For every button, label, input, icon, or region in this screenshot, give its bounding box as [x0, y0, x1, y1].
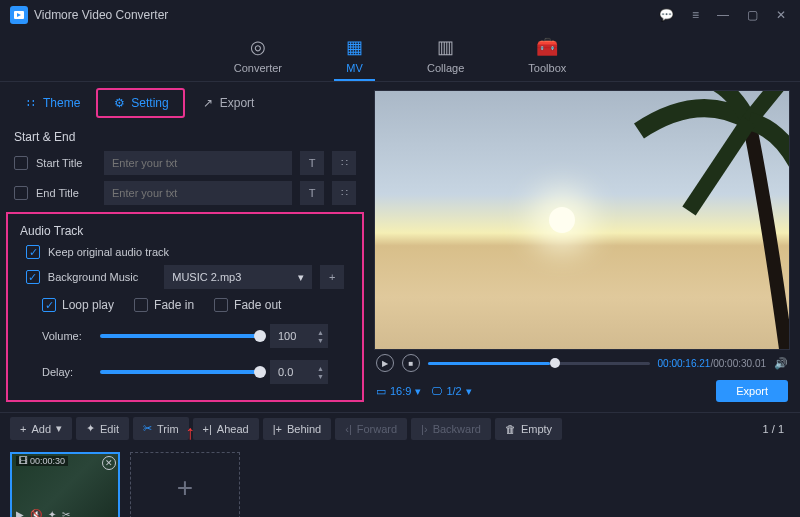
end-title-text-style[interactable]: T: [300, 181, 324, 205]
fade-out-checkbox[interactable]: [214, 298, 228, 312]
trim-button[interactable]: ✂Trim: [133, 417, 189, 440]
fade-in-checkbox[interactable]: [134, 298, 148, 312]
subtab-export[interactable]: ↗ Export: [191, 92, 265, 114]
end-title-label: End Title: [36, 187, 96, 199]
add-button[interactable]: +Add▾: [10, 417, 72, 440]
clip-play-icon[interactable]: ▶: [16, 509, 24, 517]
backward-icon: |›: [421, 423, 428, 435]
minimize-icon[interactable]: —: [713, 6, 733, 24]
app-title: Vidmore Video Converter: [34, 8, 168, 22]
end-title-checkbox[interactable]: [14, 186, 28, 200]
subtab-theme[interactable]: ∷ Theme: [14, 92, 90, 114]
bgm-label: Background Music: [48, 271, 156, 283]
behind-icon: |+: [273, 423, 282, 435]
audio-track-heading: Audio Track: [12, 218, 358, 242]
forward-icon: ‹|: [345, 423, 352, 435]
export-icon: ↗: [201, 96, 215, 110]
clip-mute-icon[interactable]: 🔇: [30, 509, 42, 517]
fade-in-label: Fade in: [154, 298, 194, 312]
volume-icon[interactable]: 🔊: [774, 357, 788, 370]
palm-tree-graphic: [599, 90, 790, 350]
seek-slider[interactable]: [428, 362, 650, 365]
feedback-icon[interactable]: 💬: [655, 6, 678, 24]
delay-value-input[interactable]: 0.0 ▲▼: [270, 360, 328, 384]
collage-icon: ▥: [437, 36, 454, 58]
behind-button[interactable]: |+Behind: [263, 418, 332, 440]
start-title-input[interactable]: [104, 151, 292, 175]
keep-original-label: Keep original audio track: [48, 246, 169, 258]
clip-trim-icon[interactable]: ✂: [62, 509, 70, 517]
scissors-icon: ✂: [143, 422, 152, 435]
chevron-down-icon: ▾: [466, 385, 472, 398]
wand-icon: ✦: [86, 422, 95, 435]
clip-edit-icon[interactable]: ✦: [48, 509, 56, 517]
chevron-down-icon: ▾: [415, 385, 421, 398]
close-icon[interactable]: ✕: [772, 6, 790, 24]
start-end-heading: Start & End: [0, 124, 370, 148]
converter-icon: ◎: [250, 36, 266, 58]
end-title-options[interactable]: ∷: [332, 181, 356, 205]
menu-icon[interactable]: ≡: [688, 6, 703, 24]
video-preview[interactable]: [374, 90, 790, 350]
edit-button[interactable]: ✦Edit: [76, 417, 129, 440]
clip-duration: 🎞00:00:30: [16, 456, 68, 466]
empty-button[interactable]: 🗑Empty: [495, 418, 562, 440]
volume-label: Volume:: [42, 330, 90, 342]
tab-mv[interactable]: ▦ MV: [334, 30, 375, 81]
monitor-icon: 🖵: [431, 385, 442, 397]
keep-original-checkbox[interactable]: [26, 245, 40, 259]
page-indicator: 1 / 1: [763, 423, 790, 435]
clip-remove-button[interactable]: ✕: [102, 456, 116, 470]
toolbox-icon: 🧰: [536, 36, 558, 58]
chevron-down-icon: ▾: [298, 271, 304, 284]
bgm-checkbox[interactable]: [26, 270, 40, 284]
film-icon: 🎞: [19, 456, 28, 466]
plus-icon: +: [20, 423, 26, 435]
volume-up[interactable]: ▲: [317, 329, 324, 336]
subtab-setting[interactable]: ⚙ Setting: [96, 88, 184, 118]
volume-value-input[interactable]: 100 ▲▼: [270, 324, 328, 348]
export-button[interactable]: Export: [716, 380, 788, 402]
start-title-options[interactable]: ∷: [332, 151, 356, 175]
mv-icon: ▦: [346, 36, 363, 58]
volume-slider[interactable]: [100, 334, 260, 338]
aspect-ratio-select[interactable]: ▭ 16:9 ▾: [376, 385, 421, 398]
fade-out-label: Fade out: [234, 298, 281, 312]
timeline-clip[interactable]: 🎞00:00:30 ✕ ▶ 🔇 ✦ ✂: [10, 452, 120, 517]
bgm-file-dropdown[interactable]: MUSIC 2.mp3 ▾: [164, 265, 312, 289]
start-title-checkbox[interactable]: [14, 156, 28, 170]
delay-slider[interactable]: [100, 370, 260, 374]
time-display: 00:00:16.21/00:00:30.01: [658, 358, 766, 369]
ahead-icon: +|: [203, 423, 212, 435]
loop-play-checkbox[interactable]: [42, 298, 56, 312]
theme-icon: ∷: [24, 96, 38, 110]
ahead-button[interactable]: +|Ahead: [193, 418, 259, 440]
chevron-down-icon: ▾: [56, 422, 62, 435]
aspect-icon: ▭: [376, 385, 386, 398]
maximize-icon[interactable]: ▢: [743, 6, 762, 24]
start-title-label: Start Title: [36, 157, 96, 169]
backward-button[interactable]: |›Backward: [411, 418, 491, 440]
tab-toolbox[interactable]: 🧰 Toolbox: [516, 30, 578, 81]
zoom-select[interactable]: 🖵 1/2 ▾: [431, 385, 471, 398]
app-logo-icon: [10, 6, 28, 24]
loop-play-label: Loop play: [62, 298, 114, 312]
start-title-text-style[interactable]: T: [300, 151, 324, 175]
play-button[interactable]: ▶: [376, 354, 394, 372]
tab-converter[interactable]: ◎ Converter: [222, 30, 294, 81]
forward-button[interactable]: ‹|Forward: [335, 418, 407, 440]
delay-label: Delay:: [42, 366, 90, 378]
bgm-add-button[interactable]: +: [320, 265, 344, 289]
add-clip-button[interactable]: +: [130, 452, 240, 517]
delay-up[interactable]: ▲: [317, 365, 324, 372]
gear-icon: ⚙: [112, 96, 126, 110]
stop-button[interactable]: ■: [402, 354, 420, 372]
end-title-input[interactable]: [104, 181, 292, 205]
trash-icon: 🗑: [505, 423, 516, 435]
volume-down[interactable]: ▼: [317, 337, 324, 344]
tab-collage[interactable]: ▥ Collage: [415, 30, 476, 81]
delay-down[interactable]: ▼: [317, 373, 324, 380]
